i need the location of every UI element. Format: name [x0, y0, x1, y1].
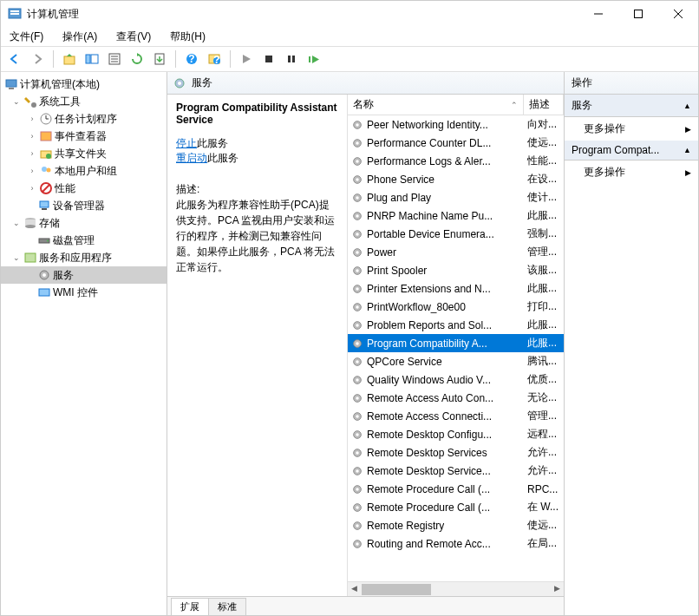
col-name[interactable]: 名称⌃: [348, 95, 524, 115]
expand-icon[interactable]: ›: [27, 166, 37, 176]
scrollbar-thumb[interactable]: [362, 584, 431, 595]
service-row[interactable]: Remote Desktop Service...允许...: [348, 462, 564, 480]
service-row[interactable]: Portable Device Enumera...强制...: [348, 225, 564, 243]
refresh-button[interactable]: [127, 49, 147, 69]
tree-performance[interactable]: › 性能: [1, 180, 167, 197]
menu-action[interactable]: 操作(A): [59, 28, 101, 46]
menu-file[interactable]: 文件(F): [6, 28, 47, 46]
service-row[interactable]: PNRP Machine Name Pu...此服...: [348, 206, 564, 225]
actions-more-1[interactable]: 更多操作 ▶: [565, 117, 698, 141]
service-row[interactable]: Performance Logs & Aler...性能...: [348, 152, 564, 170]
export-button[interactable]: [149, 49, 170, 69]
forward-button[interactable]: [27, 49, 48, 69]
service-row[interactable]: Power管理...: [348, 243, 564, 261]
selected-service-name: Program Compatibility Assistant Service: [176, 102, 338, 126]
tree-wmi[interactable]: WMI 控件: [1, 284, 167, 301]
actions-section-selected[interactable]: Program Compat... ▲: [565, 141, 698, 161]
service-row[interactable]: Remote Access Connecti...管理...: [348, 407, 564, 425]
maximize-button[interactable]: [618, 1, 658, 27]
service-name: Power: [367, 246, 396, 259]
stop-link[interactable]: 停止: [176, 137, 197, 149]
actions-more-2[interactable]: 更多操作 ▶: [565, 161, 698, 184]
actions-section-services[interactable]: 服务 ▲: [565, 95, 698, 117]
service-row[interactable]: PrintWorkflow_80e00打印...: [348, 298, 564, 316]
restart-button[interactable]: [304, 49, 324, 69]
col-desc[interactable]: 描述: [524, 95, 564, 115]
tree-storage[interactable]: ⌄ 存储: [1, 214, 167, 232]
collapse-icon: ▲: [683, 102, 691, 110]
tree-systools[interactable]: ⌄ 系统工具: [1, 93, 167, 110]
back-button[interactable]: [4, 49, 25, 69]
svg-rect-8: [86, 55, 90, 63]
svg-point-65: [356, 251, 359, 254]
expand-icon[interactable]: ›: [27, 131, 37, 141]
tree-diskmgmt[interactable]: 磁盘管理: [1, 232, 167, 249]
expand-icon[interactable]: ›: [27, 148, 37, 159]
minimize-button[interactable]: [578, 1, 618, 27]
stop-button[interactable]: [258, 49, 279, 69]
gear-icon: [351, 301, 363, 313]
up-button[interactable]: [59, 49, 80, 69]
restart-link[interactable]: 重启动: [176, 152, 207, 164]
menu-help[interactable]: 帮助(H): [167, 28, 209, 46]
service-row[interactable]: Program Compatibility A...此服...: [348, 334, 564, 352]
service-row[interactable]: Remote Procedure Call (...RPC...: [348, 480, 564, 498]
collapse-icon[interactable]: ⌄: [11, 96, 22, 107]
tree-shared[interactable]: › 共享文件夹: [1, 145, 167, 162]
service-row[interactable]: Peer Networking Identity...向对...: [348, 115, 564, 134]
tree-devmgr[interactable]: 设备管理器: [1, 197, 167, 214]
service-desc: 此服...: [526, 318, 564, 332]
expand-icon[interactable]: ›: [27, 114, 37, 124]
service-row[interactable]: Printer Extensions and N...此服...: [348, 279, 564, 298]
expand-icon[interactable]: ›: [27, 183, 37, 193]
tab-standard[interactable]: 标准: [208, 598, 246, 615]
pause-button[interactable]: [281, 49, 302, 69]
start-button[interactable]: [236, 49, 257, 69]
service-row[interactable]: Performance Counter DL...使远...: [348, 134, 564, 152]
tree-services[interactable]: 服务: [1, 266, 167, 284]
gear-icon: [351, 520, 363, 532]
tree-scheduler[interactable]: › 任务计划程序: [1, 110, 167, 128]
tree-panel: 计算机管理(本地) ⌄ 系统工具 › 任务计划程序 › 事件查看器 › 共享文件…: [1, 72, 167, 615]
service-row[interactable]: Phone Service在设...: [348, 170, 564, 188]
gear-icon: [351, 374, 363, 386]
list-body[interactable]: Peer Networking Identity...向对...Performa…: [348, 115, 564, 581]
collapse-icon[interactable]: ⌄: [11, 252, 22, 263]
actions-header: 操作: [565, 72, 698, 95]
toolbar: ? ?: [1, 46, 698, 72]
service-row[interactable]: Problem Reports and Sol...此服...: [348, 316, 564, 334]
service-row[interactable]: Remote Registry使远...: [348, 516, 564, 534]
svg-point-89: [356, 469, 359, 473]
service-desc: 强制...: [526, 226, 564, 241]
tree-root[interactable]: 计算机管理(本地): [1, 75, 167, 93]
service-row[interactable]: Print Spooler该服...: [348, 261, 564, 279]
close-button[interactable]: [658, 1, 698, 27]
service-row[interactable]: Remote Desktop Services允许...: [348, 443, 564, 462]
tab-extended[interactable]: 扩展: [171, 598, 209, 615]
service-row[interactable]: Remote Procedure Call (...在 W...: [348, 498, 564, 516]
horizontal-scrollbar[interactable]: ◀▶: [348, 581, 564, 596]
service-row[interactable]: Quality Windows Audio V...优质...: [348, 370, 564, 389]
service-row[interactable]: Plug and Play使计...: [348, 188, 564, 206]
service-row[interactable]: Remote Desktop Configu...远程...: [348, 425, 564, 443]
tree-servicesapps[interactable]: ⌄ 服务和应用程序: [1, 249, 167, 266]
svg-rect-25: [9, 88, 14, 89]
help-button[interactable]: ?: [181, 49, 202, 69]
service-name: Phone Service: [367, 174, 434, 186]
middle-header: 服务: [167, 72, 564, 95]
menu-view[interactable]: 查看(V): [113, 28, 154, 46]
properties-button[interactable]: [104, 49, 125, 69]
service-desc: 此服...: [526, 336, 564, 351]
tree-localusers[interactable]: › 本地用户和组: [1, 162, 167, 180]
service-row[interactable]: QPCore Service腾讯...: [348, 352, 564, 370]
desc-text: 此服务为程序兼容性助手(PCA)提供支持。PCA 监视由用户安装和运行的程序，并…: [176, 199, 335, 273]
help2-button[interactable]: ?: [204, 49, 225, 69]
service-row[interactable]: Routing and Remote Acc...在局...: [348, 534, 564, 553]
collapse-icon[interactable]: ⌄: [11, 218, 22, 228]
tree-eventviewer[interactable]: › 事件查看器: [1, 128, 167, 145]
service-name: Remote Procedure Call (...: [367, 501, 490, 514]
service-desc: 优质...: [526, 372, 564, 387]
tree-label: 系统工具: [39, 95, 81, 109]
show-hide-tree-button[interactable]: [82, 49, 102, 69]
service-row[interactable]: Remote Access Auto Con...无论...: [348, 389, 564, 407]
